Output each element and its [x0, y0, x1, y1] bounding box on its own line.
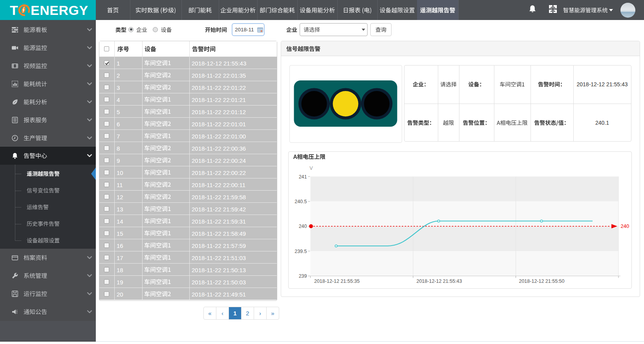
svg-text:240: 240: [299, 224, 307, 229]
svg-text:240: 240: [621, 223, 629, 229]
svg-text:V: V: [309, 166, 313, 171]
svg-text:239.5: 239.5: [295, 249, 307, 254]
svg-text:2018-12-12 21:55:50: 2018-12-12 21:55:50: [519, 278, 564, 284]
svg-text:2018-12-12 21:55:35: 2018-12-12 21:55:35: [314, 278, 360, 284]
svg-text:239: 239: [299, 273, 307, 279]
svg-text:2018-12-12 21:55:43: 2018-12-12 21:55:43: [416, 278, 462, 284]
svg-text:240.5: 240.5: [295, 199, 307, 204]
svg-text:241: 241: [299, 174, 307, 180]
svg-text:T: T: [10, 3, 18, 18]
svg-text:ENERGY: ENERGY: [31, 3, 88, 18]
